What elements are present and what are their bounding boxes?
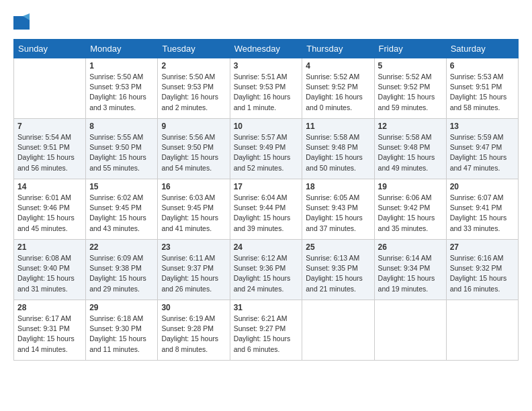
- day-info: Sunrise: 5:50 AMSunset: 9:53 PMDaylight:…: [89, 72, 154, 113]
- day-number: 5: [378, 61, 443, 71]
- day-number: 1: [89, 61, 154, 71]
- day-number: 15: [89, 182, 154, 191]
- day-info: Sunrise: 6:01 AMSunset: 9:46 PMDaylight:…: [17, 193, 82, 234]
- day-info: Sunrise: 6:21 AMSunset: 9:27 PMDaylight:…: [234, 314, 299, 355]
- day-number: 8: [89, 122, 154, 131]
- day-info: Sunrise: 6:16 AMSunset: 9:32 PMDaylight:…: [450, 253, 515, 294]
- calendar-cell: 29Sunrise: 6:18 AMSunset: 9:30 PMDayligh…: [86, 300, 158, 361]
- day-info: Sunrise: 6:14 AMSunset: 9:34 PMDaylight:…: [378, 253, 443, 294]
- calendar-cell: 22Sunrise: 6:09 AMSunset: 9:38 PMDayligh…: [86, 240, 158, 300]
- day-info: Sunrise: 6:12 AMSunset: 9:36 PMDaylight:…: [234, 253, 299, 294]
- day-info: Sunrise: 5:59 AMSunset: 9:47 PMDaylight:…: [450, 132, 515, 173]
- day-number: 11: [306, 122, 370, 131]
- day-info: Sunrise: 5:51 AMSunset: 9:53 PMDaylight:…: [234, 72, 299, 113]
- calendar-table: SundayMondayTuesdayWednesdayThursdayFrid…: [13, 39, 519, 361]
- calendar-cell: 16Sunrise: 6:03 AMSunset: 9:45 PMDayligh…: [158, 179, 230, 240]
- day-number: 20: [450, 182, 515, 191]
- day-info: Sunrise: 5:52 AMSunset: 9:52 PMDaylight:…: [378, 72, 443, 113]
- day-number: 17: [234, 182, 299, 191]
- day-info: Sunrise: 6:06 AMSunset: 9:42 PMDaylight:…: [378, 193, 443, 234]
- day-number: 30: [161, 303, 226, 312]
- week-row-3: 14Sunrise: 6:01 AMSunset: 9:46 PMDayligh…: [14, 179, 519, 240]
- day-info: Sunrise: 6:08 AMSunset: 9:40 PMDaylight:…: [17, 253, 82, 294]
- calendar-cell: 20Sunrise: 6:07 AMSunset: 9:41 PMDayligh…: [446, 179, 518, 240]
- day-number: 12: [378, 122, 443, 131]
- calendar-cell: [446, 300, 518, 361]
- calendar-cell: 3Sunrise: 5:51 AMSunset: 9:53 PMDaylight…: [230, 58, 302, 119]
- day-info: Sunrise: 6:04 AMSunset: 9:44 PMDaylight:…: [234, 193, 299, 234]
- day-info: Sunrise: 5:57 AMSunset: 9:49 PMDaylight:…: [234, 132, 299, 173]
- day-info: Sunrise: 6:17 AMSunset: 9:31 PMDaylight:…: [17, 314, 82, 355]
- calendar-cell: 8Sunrise: 5:55 AMSunset: 9:50 PMDaylight…: [86, 119, 158, 179]
- calendar-cell: 25Sunrise: 6:13 AMSunset: 9:35 PMDayligh…: [302, 240, 374, 300]
- day-number: 19: [378, 182, 443, 191]
- page-header: [13, 13, 519, 32]
- calendar-cell: 23Sunrise: 6:11 AMSunset: 9:37 PMDayligh…: [158, 240, 230, 300]
- header-day-tuesday: Tuesday: [158, 40, 230, 58]
- calendar-cell: 2Sunrise: 5:50 AMSunset: 9:53 PMDaylight…: [158, 58, 230, 119]
- calendar-cell: 9Sunrise: 5:56 AMSunset: 9:50 PMDaylight…: [158, 119, 230, 179]
- header-day-monday: Monday: [86, 40, 158, 58]
- day-info: Sunrise: 5:53 AMSunset: 9:51 PMDaylight:…: [450, 72, 515, 113]
- day-info: Sunrise: 5:58 AMSunset: 9:48 PMDaylight:…: [306, 132, 370, 173]
- day-info: Sunrise: 5:52 AMSunset: 9:52 PMDaylight:…: [306, 72, 370, 113]
- header-day-sunday: Sunday: [14, 40, 86, 58]
- calendar-cell: 7Sunrise: 5:54 AMSunset: 9:51 PMDaylight…: [14, 119, 86, 179]
- day-number: 10: [234, 122, 299, 131]
- day-number: 13: [450, 122, 515, 131]
- day-number: 6: [450, 61, 515, 71]
- week-row-5: 28Sunrise: 6:17 AMSunset: 9:31 PMDayligh…: [14, 300, 519, 361]
- logo-icon: [13, 13, 30, 32]
- week-row-4: 21Sunrise: 6:08 AMSunset: 9:40 PMDayligh…: [14, 240, 519, 300]
- calendar-cell: 27Sunrise: 6:16 AMSunset: 9:32 PMDayligh…: [446, 240, 518, 300]
- day-number: 26: [378, 242, 443, 252]
- header-day-friday: Friday: [374, 40, 446, 58]
- calendar-cell: 4Sunrise: 5:52 AMSunset: 9:52 PMDaylight…: [302, 58, 374, 119]
- day-info: Sunrise: 5:50 AMSunset: 9:53 PMDaylight:…: [161, 72, 226, 113]
- calendar-cell: 15Sunrise: 6:02 AMSunset: 9:45 PMDayligh…: [86, 179, 158, 240]
- day-number: 14: [17, 182, 82, 191]
- calendar-cell: [302, 300, 374, 361]
- day-info: Sunrise: 5:54 AMSunset: 9:51 PMDaylight:…: [17, 132, 82, 173]
- header-day-thursday: Thursday: [302, 40, 374, 58]
- day-number: 21: [17, 242, 82, 252]
- day-info: Sunrise: 6:02 AMSunset: 9:45 PMDaylight:…: [89, 193, 154, 234]
- day-number: 9: [161, 122, 226, 131]
- calendar-cell: 11Sunrise: 5:58 AMSunset: 9:48 PMDayligh…: [302, 119, 374, 179]
- calendar-cell: 14Sunrise: 6:01 AMSunset: 9:46 PMDayligh…: [14, 179, 86, 240]
- calendar-cell: 1Sunrise: 5:50 AMSunset: 9:53 PMDaylight…: [86, 58, 158, 119]
- day-number: 27: [450, 242, 515, 252]
- day-info: Sunrise: 6:03 AMSunset: 9:45 PMDaylight:…: [161, 193, 226, 234]
- calendar-cell: 21Sunrise: 6:08 AMSunset: 9:40 PMDayligh…: [14, 240, 86, 300]
- calendar-cell: 28Sunrise: 6:17 AMSunset: 9:31 PMDayligh…: [14, 300, 86, 361]
- week-row-2: 7Sunrise: 5:54 AMSunset: 9:51 PMDaylight…: [14, 119, 519, 179]
- calendar-cell: 17Sunrise: 6:04 AMSunset: 9:44 PMDayligh…: [230, 179, 302, 240]
- day-number: 22: [89, 242, 154, 252]
- day-number: 3: [234, 61, 299, 71]
- day-info: Sunrise: 6:09 AMSunset: 9:38 PMDaylight:…: [89, 253, 154, 294]
- day-info: Sunrise: 6:18 AMSunset: 9:30 PMDaylight:…: [89, 314, 154, 355]
- day-number: 25: [306, 242, 370, 252]
- day-info: Sunrise: 6:05 AMSunset: 9:43 PMDaylight:…: [306, 193, 370, 234]
- calendar-cell: 12Sunrise: 5:58 AMSunset: 9:48 PMDayligh…: [374, 119, 446, 179]
- day-number: 24: [234, 242, 299, 252]
- day-number: 29: [89, 303, 154, 312]
- day-info: Sunrise: 5:58 AMSunset: 9:48 PMDaylight:…: [378, 132, 443, 173]
- day-number: 2: [161, 61, 226, 71]
- calendar-cell: [14, 58, 86, 119]
- calendar-cell: 31Sunrise: 6:21 AMSunset: 9:27 PMDayligh…: [230, 300, 302, 361]
- calendar-cell: 6Sunrise: 5:53 AMSunset: 9:51 PMDaylight…: [446, 58, 518, 119]
- day-number: 31: [234, 303, 299, 312]
- day-info: Sunrise: 6:19 AMSunset: 9:28 PMDaylight:…: [161, 314, 226, 355]
- day-info: Sunrise: 5:56 AMSunset: 9:50 PMDaylight:…: [161, 132, 226, 173]
- calendar-cell: 24Sunrise: 6:12 AMSunset: 9:36 PMDayligh…: [230, 240, 302, 300]
- day-number: 28: [17, 303, 82, 312]
- calendar-cell: 30Sunrise: 6:19 AMSunset: 9:28 PMDayligh…: [158, 300, 230, 361]
- logo: [13, 13, 32, 32]
- calendar-cell: 26Sunrise: 6:14 AMSunset: 9:34 PMDayligh…: [374, 240, 446, 300]
- day-number: 18: [306, 182, 370, 191]
- day-number: 7: [17, 122, 82, 131]
- day-number: 16: [161, 182, 226, 191]
- calendar-cell: 5Sunrise: 5:52 AMSunset: 9:52 PMDaylight…: [374, 58, 446, 119]
- day-number: 4: [306, 61, 370, 71]
